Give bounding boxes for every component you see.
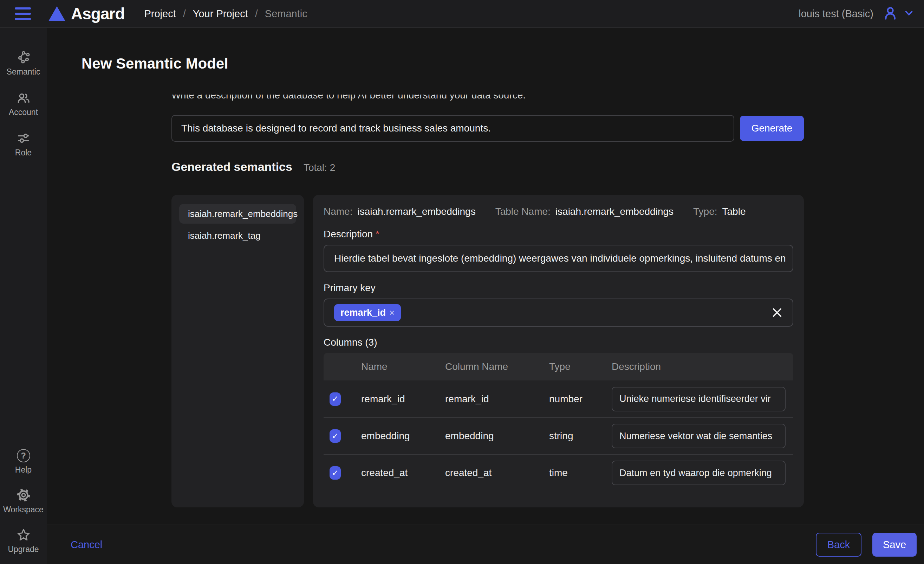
table-row-remark-id: ✓ remark_id remark_id number bbox=[324, 381, 793, 417]
help-icon: ? bbox=[17, 449, 30, 462]
meta-name: Name: isaiah.remark_embeddings bbox=[324, 206, 476, 217]
columns-table: Name Column Name Type Description ✓ rema… bbox=[324, 353, 793, 491]
row-description-input[interactable] bbox=[612, 424, 786, 448]
user-avatar-icon[interactable] bbox=[882, 5, 898, 22]
header-type: Type bbox=[543, 361, 606, 372]
sidebar-item-workspace[interactable]: Workspace bbox=[0, 488, 47, 514]
brand-name: Asgard bbox=[71, 4, 124, 23]
breadcrumb-project[interactable]: Project bbox=[144, 8, 176, 20]
table-row-created-at: ✓ created_at created_at time bbox=[324, 454, 793, 491]
db-description-input[interactable] bbox=[171, 115, 734, 142]
sidebar-item-role[interactable]: Role bbox=[0, 131, 47, 158]
save-button[interactable]: Save bbox=[872, 533, 916, 556]
generated-semantics-heading: Generated semantics bbox=[171, 160, 292, 174]
generated-semantics-header: Generated semantics Total: 2 bbox=[171, 160, 335, 174]
sidebar-label-upgrade: Upgrade bbox=[8, 544, 39, 554]
row-checkbox[interactable]: ✓ bbox=[330, 393, 341, 406]
role-sliders-icon bbox=[16, 131, 31, 145]
cell-type: string bbox=[543, 430, 606, 442]
sidebar-label-account: Account bbox=[9, 108, 38, 117]
clear-primary-key-icon[interactable] bbox=[771, 306, 783, 319]
sidebar-item-account[interactable]: Account bbox=[0, 91, 47, 117]
required-asterisk: * bbox=[376, 229, 380, 239]
cell-type: time bbox=[543, 467, 606, 478]
meta-table-name: Table Name: isaiah.remark_embeddings bbox=[495, 206, 674, 217]
table-row-embedding: ✓ embedding embedding string bbox=[324, 417, 793, 454]
cell-column-name: created_at bbox=[439, 467, 543, 478]
cell-name: created_at bbox=[355, 467, 439, 478]
table-list-item-remark-embeddings[interactable]: isaiah.remark_embeddings bbox=[179, 204, 296, 224]
cell-name: embedding bbox=[355, 430, 439, 442]
table-list-item-remark-tag[interactable]: isaiah.remark_tag bbox=[179, 226, 296, 245]
sidebar-item-semantic[interactable]: Semantic bbox=[0, 50, 47, 77]
description-field-label: Description* bbox=[324, 229, 793, 240]
cell-name: remark_id bbox=[355, 394, 439, 405]
breadcrumb-separator: / bbox=[183, 8, 186, 20]
breadcrumb: Project / Your Project / Semantic bbox=[144, 8, 307, 20]
meta-type: Type: Table bbox=[693, 206, 746, 217]
tables-list-panel: isaiah.remark_embeddings isaiah.remark_t… bbox=[171, 195, 304, 507]
row-checkbox[interactable]: ✓ bbox=[330, 466, 341, 480]
breadcrumb-separator: / bbox=[255, 8, 258, 20]
cancel-button[interactable]: Cancel bbox=[70, 539, 102, 550]
row-description-input[interactable] bbox=[612, 461, 786, 485]
chip-remove-icon[interactable]: × bbox=[389, 308, 394, 317]
sidebar-label-workspace: Workspace bbox=[3, 505, 44, 514]
table-meta-row: Name: isaiah.remark_embeddings Table Nam… bbox=[324, 206, 793, 217]
header-column-name: Column Name bbox=[439, 361, 543, 372]
primary-key-field[interactable]: remark_id × bbox=[324, 299, 793, 327]
cell-column-name: embedding bbox=[439, 430, 543, 442]
upgrade-star-icon bbox=[16, 528, 31, 542]
back-button[interactable]: Back bbox=[816, 533, 861, 556]
row-checkbox[interactable]: ✓ bbox=[330, 429, 341, 443]
menu-icon[interactable] bbox=[15, 8, 31, 20]
main-content: New Semantic Model Write a description o… bbox=[47, 28, 924, 564]
columns-table-header: Name Column Name Type Description bbox=[324, 353, 793, 381]
topbar-right: louis test (Basic) bbox=[799, 5, 915, 22]
account-users-icon bbox=[16, 91, 31, 105]
sidebar: Semantic Account Role bbox=[0, 28, 47, 564]
db-description-helper-clipped: Write a description of the database to h… bbox=[171, 95, 628, 103]
user-plan-label: louis test (Basic) bbox=[799, 8, 873, 20]
cell-column-name: remark_id bbox=[439, 394, 543, 405]
chevron-down-icon[interactable] bbox=[903, 7, 915, 20]
semantic-graph-icon bbox=[16, 50, 31, 64]
topbar: Asgard Project / Your Project / Semantic… bbox=[0, 0, 924, 28]
generate-button[interactable]: Generate bbox=[740, 116, 804, 141]
sidebar-label-help: Help bbox=[15, 465, 32, 475]
sidebar-bottom-group: ? Help Workspace Upgrade bbox=[0, 449, 47, 554]
primary-key-label: Primary key bbox=[324, 282, 793, 293]
table-detail-panel: Name: isaiah.remark_embeddings Table Nam… bbox=[313, 195, 804, 507]
header-name: Name bbox=[355, 361, 439, 372]
sidebar-label-role: Role bbox=[15, 148, 32, 158]
brand-logo-icon bbox=[48, 6, 65, 21]
columns-count-label: Columns (3) bbox=[324, 337, 793, 348]
total-count-label: Total: 2 bbox=[303, 162, 335, 173]
footer-action-bar: Cancel Back Save bbox=[47, 525, 924, 564]
description-field[interactable]: Hierdie tabel bevat ingeslote (embedding… bbox=[324, 245, 793, 272]
breadcrumb-your-project[interactable]: Your Project bbox=[193, 8, 248, 20]
breadcrumb-semantic: Semantic bbox=[265, 8, 308, 20]
workspace-gear-icon bbox=[16, 488, 31, 502]
sidebar-item-upgrade[interactable]: Upgrade bbox=[0, 528, 47, 554]
sidebar-top-group: Semantic Account Role bbox=[0, 50, 47, 158]
page-title: New Semantic Model bbox=[81, 55, 228, 72]
header-description: Description bbox=[606, 361, 793, 372]
row-description-input[interactable] bbox=[612, 387, 786, 411]
app-root: Asgard Project / Your Project / Semantic… bbox=[0, 0, 924, 564]
cell-type: number bbox=[543, 394, 606, 405]
sidebar-label-semantic: Semantic bbox=[7, 67, 40, 77]
sidebar-item-help[interactable]: ? Help bbox=[0, 449, 47, 475]
primary-key-chip: remark_id × bbox=[334, 304, 401, 321]
